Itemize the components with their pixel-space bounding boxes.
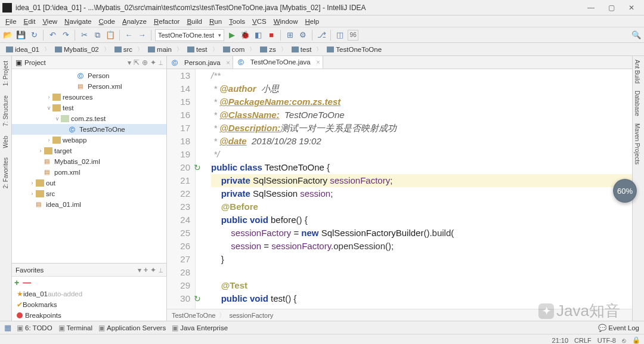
tree-row[interactable]: ▤Mybatis_02.iml	[12, 156, 166, 167]
redo-icon[interactable]: ↷	[60, 30, 71, 41]
menu-navigate[interactable]: Navigate	[61, 17, 94, 26]
project-tree[interactable]: ⒸPerson▤Person.xml›resourcesvtestvcom.zs…	[12, 69, 166, 263]
run-config-select[interactable]: TestOneToOne.test	[155, 29, 224, 41]
collapse-icon[interactable]: ⇱	[134, 58, 140, 67]
tw-icon[interactable]: ▦	[2, 323, 13, 333]
tree-row[interactable]: vcom.zs.test	[12, 113, 166, 124]
code-editor[interactable]: 131415161718192021222324252627282930 /**…	[167, 69, 632, 309]
maximize-button[interactable]: ▢	[601, 2, 621, 14]
tree-row[interactable]: ▤Person.xml	[12, 81, 166, 92]
bottom-tool[interactable]: ▣ Java Enterprise	[169, 323, 230, 333]
menu-edit[interactable]: Edit	[21, 17, 39, 26]
bottom-tool[interactable]: ▣ Application Servers	[96, 323, 168, 333]
breadcrumb-item[interactable]: idea_01	[4, 45, 42, 54]
settings-icon[interactable]: ✦	[150, 58, 156, 67]
close-tab-icon[interactable]: ×	[226, 59, 230, 66]
structure-icon[interactable]: ⊞	[284, 30, 295, 41]
tree-row[interactable]: ›target	[12, 145, 166, 156]
minimize-button[interactable]: —	[581, 2, 601, 14]
menu-build[interactable]: Build	[184, 17, 205, 26]
tree-row[interactable]: ›resources	[12, 92, 166, 103]
save-icon[interactable]: 💾	[16, 30, 26, 41]
fav-add-icon[interactable]: +	[144, 266, 148, 274]
left-tab[interactable]: Web	[2, 134, 9, 150]
undo-icon[interactable]: ↶	[47, 30, 58, 41]
favorite-item[interactable]: Breakpoints	[12, 310, 166, 321]
breadcrumb-item[interactable]: test	[185, 45, 210, 54]
tool1-icon[interactable]: ◫	[335, 30, 345, 41]
breadcrumb-item[interactable]: Mybatis_02	[52, 45, 101, 54]
menu-tools[interactable]: Tools	[226, 17, 248, 26]
bottom-tool[interactable]: ▣ 6: TODO	[14, 323, 55, 333]
left-tab[interactable]: 7: Structure	[2, 93, 9, 129]
menu-window[interactable]: Window	[271, 17, 301, 26]
remove-icon[interactable]: —	[23, 278, 31, 287]
project-title: Project	[24, 59, 125, 66]
paste-icon[interactable]: 📋	[105, 30, 116, 41]
add-icon[interactable]: +	[14, 278, 19, 287]
editor-crumb-item[interactable]: TestOneToOne	[172, 312, 215, 319]
tree-row[interactable]: ▤pom.xml	[12, 167, 166, 178]
fav-dropdown-icon[interactable]: ▾	[138, 266, 141, 274]
tree-row[interactable]: ▤idea_01.iml	[12, 199, 166, 210]
cut-icon[interactable]: ✂	[79, 30, 89, 41]
menu-file[interactable]: File	[2, 17, 20, 26]
favorite-item[interactable]: ✔ Bookmarks	[12, 299, 166, 310]
tree-row[interactable]: ›out	[12, 178, 166, 188]
menu-vcs[interactable]: VCS	[249, 17, 270, 26]
encoding[interactable]: UTF-8	[597, 337, 616, 344]
coverage-icon[interactable]: ◧	[253, 30, 264, 41]
menu-analyze[interactable]: Analyze	[119, 17, 150, 26]
breadcrumb-item[interactable]: main	[145, 45, 174, 54]
tree-row[interactable]: ›webapp	[12, 135, 166, 145]
tree-row[interactable]: ⒸPerson	[12, 70, 166, 81]
menu-code[interactable]: Code	[96, 17, 119, 26]
editor-tab[interactable]: ⒸTestOneToOne.java×	[233, 56, 323, 69]
right-tab[interactable]: Maven Projects	[633, 120, 642, 168]
menu-refactor[interactable]: Refactor	[151, 17, 182, 26]
left-tab[interactable]: 2: Favorites	[2, 155, 9, 191]
breadcrumb-item[interactable]: test	[289, 45, 314, 54]
back-icon[interactable]: ←	[123, 30, 134, 41]
stop-icon[interactable]: ■	[266, 30, 277, 41]
fav-hide-icon[interactable]: ⟂	[159, 266, 163, 274]
menu-run[interactable]: Run	[206, 17, 225, 26]
menu-help[interactable]: Help	[302, 17, 323, 26]
project-dropdown-icon[interactable]: ▾	[128, 58, 131, 67]
editor-crumb-item[interactable]: sessionFactory	[229, 312, 273, 319]
event-log[interactable]: 💬 Event Log	[596, 323, 642, 333]
fav-settings-icon[interactable]: ✦	[150, 266, 156, 274]
menu-view[interactable]: View	[39, 17, 60, 26]
lock-icon[interactable]: 🔒	[632, 336, 640, 344]
breadcrumb-item[interactable]: TestOneToOne	[324, 45, 384, 54]
breadcrumb-item[interactable]: com	[221, 45, 247, 54]
code-body[interactable]: /** * @author 小思 * @PackageName:com.zs.t…	[196, 69, 632, 309]
breadcrumb-item[interactable]: src	[112, 45, 135, 54]
tree-row[interactable]: ›src	[12, 188, 166, 199]
editor-tab[interactable]: ⒸPerson.java×	[167, 56, 233, 69]
statusbar: 21:10 CRLF UTF-8 ⎋ 🔒	[0, 334, 644, 344]
target-icon[interactable]: ⊕	[142, 58, 148, 67]
sync-icon[interactable]: ↻	[29, 30, 39, 41]
tree-row[interactable]: vtest	[12, 103, 166, 113]
run-icon[interactable]: ▶	[227, 30, 237, 41]
close-tab-icon[interactable]: ×	[316, 58, 320, 66]
context-icon[interactable]: ⎋	[622, 337, 626, 344]
tree-row[interactable]: ⒸTestOneToOne	[12, 124, 166, 135]
forward-icon[interactable]: →	[137, 30, 147, 41]
close-button[interactable]: ✕	[621, 2, 642, 14]
right-tab[interactable]: Database	[633, 87, 642, 120]
line-sep[interactable]: CRLF	[574, 337, 592, 344]
debug-icon[interactable]: 🐞	[240, 30, 250, 41]
refactor-icon[interactable]: ⚙	[298, 30, 308, 41]
hide-icon[interactable]: ⟂	[159, 58, 163, 67]
right-tab[interactable]: Ant Build	[633, 56, 642, 87]
open-icon[interactable]: 📂	[2, 30, 13, 41]
favorite-item[interactable]: ★ idea_01 auto-added	[12, 289, 166, 299]
copy-icon[interactable]: ⧉	[92, 30, 103, 41]
search-icon[interactable]: 🔍	[631, 30, 642, 41]
left-tab[interactable]: 1: Project	[2, 58, 9, 88]
bottom-tool[interactable]: ▣ Terminal	[56, 323, 95, 333]
vcs-icon[interactable]: ⎇	[316, 30, 327, 41]
breadcrumb-item[interactable]: zs	[258, 45, 278, 54]
